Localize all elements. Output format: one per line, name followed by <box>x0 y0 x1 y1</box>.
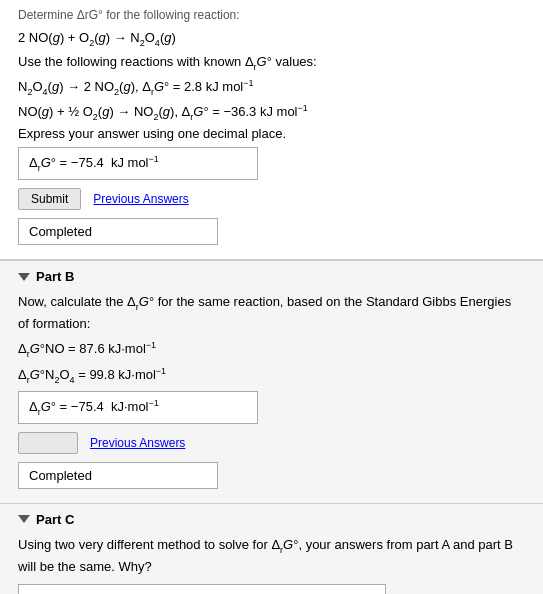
collapse-icon-b <box>18 273 30 281</box>
part-b-given-1: ΔrG°NO = 87.6 kJ·mol−1 <box>18 338 525 361</box>
part-b-section: Part B Now, calculate the ΔrG° for the s… <box>0 260 543 502</box>
collapse-icon-c <box>18 515 30 523</box>
part-b-content: Now, calculate the ΔrG° for the same rea… <box>18 292 525 492</box>
part-c-content: Using two very different method to solve… <box>18 535 525 594</box>
submit-button-a[interactable]: Submit <box>18 188 81 210</box>
use-following-label: Use the following reactions with known Δ… <box>18 54 525 72</box>
button-row-a: Submit Previous Answers <box>18 188 525 210</box>
equation-2: NO(g) + ½ O2(g) → NO2(g), ΔrG° = −36.3 k… <box>18 101 525 124</box>
express-instruction: Express your answer using one decimal pl… <box>18 126 525 141</box>
answer-display-a: ΔrG° = −75.4 kJ mol−1 <box>18 147 258 180</box>
part-c-question: Using two very different method to solve… <box>18 535 525 577</box>
part-c-section: Part C Using two very different method t… <box>0 503 543 594</box>
submit-button-b[interactable] <box>18 432 78 454</box>
options-container: The reaction is spontaneous under all co… <box>18 584 386 594</box>
completed-badge-b: Completed <box>18 462 218 489</box>
header-note: Determine ΔrG° for the following reactio… <box>18 8 525 22</box>
part-c-header[interactable]: Part C <box>18 512 525 527</box>
top-section: Determine ΔrG° for the following reactio… <box>0 0 543 260</box>
prev-answers-link-b[interactable]: Previous Answers <box>90 436 185 450</box>
button-row-b: Previous Answers <box>18 432 525 454</box>
main-reaction: 2 NO(g) + O2(g) → N2O4(g) <box>18 28 525 50</box>
part-b-label: Part B <box>36 269 74 284</box>
part-b-description: Now, calculate the ΔrG° for the same rea… <box>18 292 525 335</box>
prev-answers-link-a[interactable]: Previous Answers <box>93 192 188 206</box>
part-b-given-2: ΔrG°N2O4 = 99.8 kJ·mol−1 <box>18 364 525 387</box>
answer-display-b: ΔrG° = −75.4 kJ·mol−1 <box>18 391 258 424</box>
equation-1: N2O4(g) → 2 NO2(g), ΔrG° = 2.8 kJ mol−1 <box>18 76 525 99</box>
part-b-header[interactable]: Part B <box>18 269 525 284</box>
completed-badge-a: Completed <box>18 218 218 245</box>
part-c-label: Part C <box>36 512 74 527</box>
